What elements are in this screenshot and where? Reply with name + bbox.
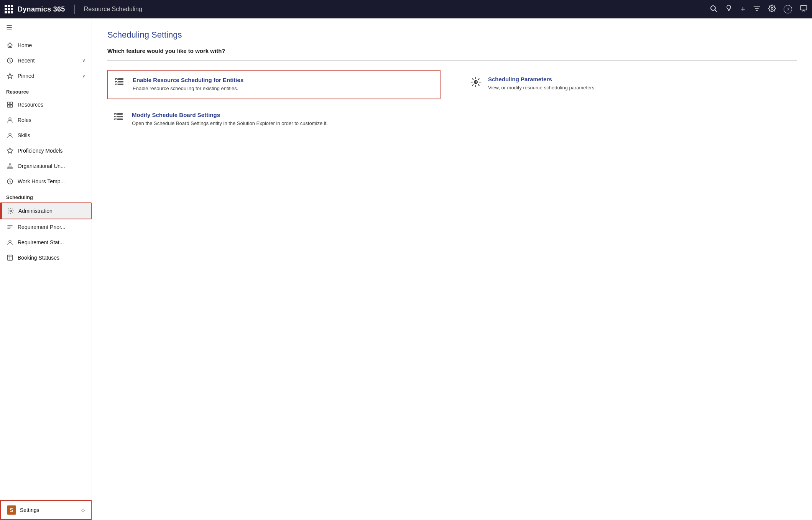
sidebar-item-org-label: Organizational Un... xyxy=(18,163,85,169)
svg-marker-13 xyxy=(7,148,13,153)
feedback-icon[interactable] xyxy=(800,5,807,14)
filter-icon[interactable] xyxy=(753,5,761,14)
modify-schedule-title: Modify Schedule Board Settings xyxy=(132,112,328,118)
sidebar-item-requirement-priority[interactable]: Requirement Prior... xyxy=(0,219,92,235)
modify-schedule-desc: Open the Schedule Board Settings entity … xyxy=(132,120,328,127)
settings-expand-icon: ◇ xyxy=(81,507,85,513)
sidebar-item-skills[interactable]: Skills xyxy=(0,128,92,143)
sidebar-item-roles[interactable]: Roles xyxy=(0,112,92,128)
svg-rect-3 xyxy=(728,10,729,11)
section-divider xyxy=(107,60,797,61)
sidebar-item-home-label: Home xyxy=(18,42,85,48)
org-icon xyxy=(6,162,14,170)
svg-rect-30 xyxy=(7,255,13,260)
booking-icon xyxy=(6,254,14,262)
scheduling-params-title: Scheduling Parameters xyxy=(488,76,596,82)
sidebar-item-pinned[interactable]: Pinned ∨ xyxy=(0,68,92,84)
sidebar-item-proficiency-models[interactable]: Proficiency Models xyxy=(0,143,92,158)
sidebar-item-administration[interactable]: Administration xyxy=(0,202,92,219)
sidebar-item-req-status-label: Requirement Stat... xyxy=(18,239,85,245)
home-icon xyxy=(6,41,14,49)
svg-rect-9 xyxy=(7,105,10,107)
sidebar-item-proficiency-label: Proficiency Models xyxy=(18,148,85,154)
proficiency-icon xyxy=(6,147,14,155)
sidebar-item-booking-label: Booking Statuses xyxy=(18,255,85,261)
sidebar-header: ☰ xyxy=(0,18,92,38)
feature-grid: Enable Resource Scheduling for Entities … xyxy=(107,70,797,133)
settings-gear-icon[interactable] xyxy=(768,5,776,14)
sidebar-item-work-hours-label: Work Hours Temp... xyxy=(18,178,85,184)
sidebar-item-resources[interactable]: Resources xyxy=(0,97,92,112)
page-title: Scheduling Settings xyxy=(107,30,797,40)
settings-item[interactable]: S Settings ◇ xyxy=(0,500,92,520)
app-title: Dynamics 365 xyxy=(18,5,65,13)
help-icon[interactable]: ? xyxy=(784,5,792,13)
svg-rect-5 xyxy=(800,5,807,10)
top-navigation-bar: Dynamics 365 Resource Scheduling + xyxy=(0,0,812,18)
sidebar-item-pinned-label: Pinned xyxy=(18,73,78,79)
resource-section-label: Resource xyxy=(0,84,92,97)
svg-point-29 xyxy=(9,240,11,242)
svg-rect-16 xyxy=(9,167,11,168)
title-divider xyxy=(74,5,75,14)
feature-card-modify-schedule-board[interactable]: Modify Schedule Board Settings Open the … xyxy=(107,105,441,133)
checklist-icon-2 xyxy=(113,112,126,124)
svg-point-25 xyxy=(10,210,12,212)
waffle-menu-icon[interactable] xyxy=(5,5,13,13)
hamburger-icon[interactable]: ☰ xyxy=(6,24,12,32)
svg-line-1 xyxy=(715,10,717,12)
content-area: Scheduling Settings Which feature would … xyxy=(92,18,812,520)
resources-icon xyxy=(6,101,14,109)
svg-point-4 xyxy=(771,7,773,9)
feature-card-modify-content: Modify Schedule Board Settings Open the … xyxy=(132,112,328,127)
pinned-expand-icon: ∨ xyxy=(82,73,85,79)
feature-card-enable-scheduling[interactable]: Enable Resource Scheduling for Entities … xyxy=(107,70,441,99)
section-question: Which feature would you like to work wit… xyxy=(107,48,797,54)
settings-label: Settings xyxy=(20,507,39,513)
roles-icon xyxy=(6,116,14,124)
top-bar-right: + ? xyxy=(710,4,807,14)
pinned-icon xyxy=(6,72,14,80)
svg-point-12 xyxy=(9,133,11,135)
recent-expand-icon: ∨ xyxy=(82,58,85,63)
skills-icon xyxy=(6,132,14,139)
sidebar-item-org-units[interactable]: Organizational Un... xyxy=(0,158,92,174)
checklist-icon-1 xyxy=(114,77,127,89)
search-icon[interactable] xyxy=(710,5,717,14)
settings-badge: S xyxy=(7,505,16,515)
feature-card-scheduling-params[interactable]: Scheduling Parameters View, or modify re… xyxy=(464,70,797,99)
administration-icon xyxy=(7,207,15,215)
svg-rect-8 xyxy=(10,102,13,104)
sidebar-item-recent[interactable]: Recent ∨ xyxy=(0,53,92,68)
enable-scheduling-title: Enable Resource Scheduling for Entities xyxy=(133,77,243,83)
sidebar-item-administration-label: Administration xyxy=(18,208,85,214)
sidebar-item-req-priority-label: Requirement Prior... xyxy=(18,224,85,230)
sidebar-item-recent-label: Recent xyxy=(18,58,78,64)
main-layout: ☰ Home Recent ∨ xyxy=(0,18,812,520)
recent-icon xyxy=(6,57,14,64)
svg-rect-2 xyxy=(728,10,730,10)
req-status-icon xyxy=(6,239,14,246)
sidebar-bottom: S Settings ◇ xyxy=(0,500,92,520)
svg-rect-14 xyxy=(9,163,11,165)
sidebar-item-roles-label: Roles xyxy=(18,117,85,123)
enable-scheduling-desc: Enable resource scheduling for existing … xyxy=(133,85,243,92)
svg-rect-7 xyxy=(7,102,10,104)
sidebar-item-home[interactable]: Home xyxy=(0,38,92,53)
lightbulb-icon[interactable] xyxy=(725,5,733,14)
feature-card-params-content: Scheduling Parameters View, or modify re… xyxy=(488,76,596,92)
work-hours-icon xyxy=(6,178,14,185)
svg-rect-15 xyxy=(7,167,9,168)
sidebar: ☰ Home Recent ∨ xyxy=(0,18,92,520)
module-title: Resource Scheduling xyxy=(84,6,142,13)
svg-point-11 xyxy=(9,118,11,120)
plus-icon[interactable]: + xyxy=(740,4,745,14)
sidebar-item-requirement-status[interactable]: Requirement Stat... xyxy=(0,235,92,250)
svg-rect-10 xyxy=(10,105,13,107)
sidebar-item-skills-label: Skills xyxy=(18,132,85,138)
scheduling-section-label: Scheduling xyxy=(0,189,92,202)
priority-icon xyxy=(6,223,14,231)
scheduling-params-desc: View, or modify resource scheduling para… xyxy=(488,84,596,92)
sidebar-item-booking-statuses[interactable]: Booking Statuses xyxy=(0,250,92,265)
sidebar-item-work-hours[interactable]: Work Hours Temp... xyxy=(0,174,92,189)
